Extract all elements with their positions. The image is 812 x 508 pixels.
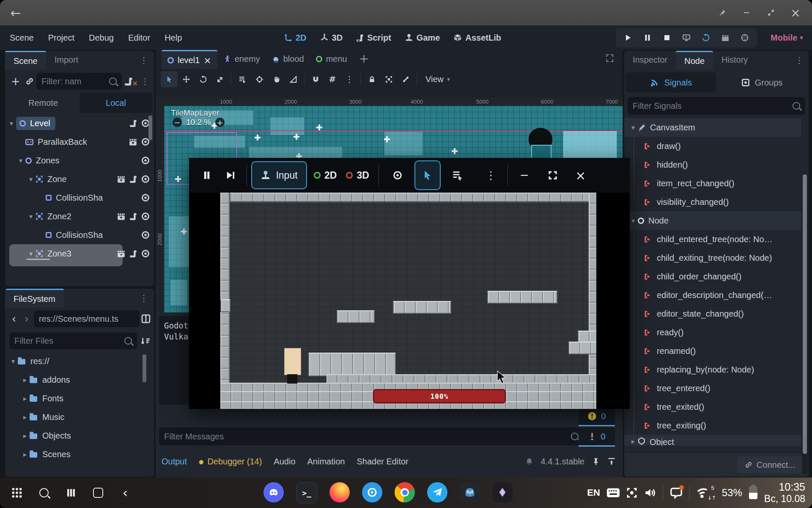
game-3d-button[interactable]: 3D	[346, 170, 369, 181]
dock-menu-icon[interactable]: ⋮	[134, 51, 154, 69]
menu-help[interactable]: Help	[157, 33, 189, 43]
detach-script-button[interactable]: ×	[124, 77, 137, 86]
file-filter-input[interactable]	[14, 336, 121, 346]
tool-lock[interactable]	[363, 71, 380, 87]
screenshot-icon[interactable]	[626, 487, 637, 498]
visibility-eye-icon[interactable]	[141, 156, 150, 165]
tab-filesystem[interactable]: FileSystem	[5, 289, 64, 308]
telegram-icon[interactable]	[427, 482, 447, 502]
tool-pan[interactable]	[268, 71, 285, 87]
scene-tab-menu[interactable]: menu	[310, 50, 353, 68]
godot-icon[interactable]	[460, 482, 480, 502]
fs-row-res[interactable]: ▾ res://	[5, 352, 154, 370]
tool-skeleton[interactable]	[397, 71, 414, 87]
keyboard-layout-label[interactable]: EN	[587, 487, 600, 498]
keyboard-icon[interactable]	[607, 488, 620, 498]
filesystem-scrollbar[interactable]	[143, 354, 146, 382]
tool-scale[interactable]	[211, 71, 228, 87]
back-arrow-icon[interactable]: ←	[8, 5, 24, 21]
add-node-button[interactable]: +	[8, 75, 23, 88]
signal-filter-input[interactable]	[633, 101, 789, 111]
visibility-eye-icon[interactable]	[141, 231, 150, 239]
signal-scrollbar-thumb[interactable]	[803, 174, 807, 454]
open-scene-icon[interactable]	[117, 213, 125, 221]
bottom-tab-output[interactable]: Output	[156, 450, 193, 472]
new-scene-tab-button[interactable]: +	[353, 50, 375, 67]
bottom-tab-audio[interactable]: Audio	[268, 450, 301, 472]
tool-ruler[interactable]	[285, 71, 302, 87]
pause-button[interactable]	[639, 29, 656, 46]
tree-row-zone2[interactable]: ▾ Zone2	[5, 207, 154, 226]
window-titlebar[interactable]: ← ─ ×	[0, 0, 812, 25]
tool-group[interactable]	[380, 71, 397, 87]
message-filter-field[interactable]	[159, 428, 584, 445]
scene-tree-menu-icon[interactable]: ⋮	[140, 76, 151, 86]
script-badge-icon[interactable]	[129, 119, 137, 127]
script-badge-icon[interactable]	[129, 175, 137, 183]
game-viewport[interactable]: 100%	[220, 193, 596, 409]
local-tab[interactable]: Local	[80, 93, 152, 113]
terminal-icon[interactable]: >_	[296, 482, 317, 503]
signal-row[interactable]: hidden()	[624, 155, 801, 174]
visibility-eye-icon[interactable]	[141, 249, 150, 258]
signal-row[interactable]: visibility_changed()	[624, 193, 801, 211]
game-2d-button[interactable]: 2D	[314, 170, 337, 181]
fs-row-music[interactable]: ▸ Music	[5, 408, 154, 426]
script-badge-icon[interactable]	[129, 250, 137, 257]
bottom-tab-debugger[interactable]: ● Debugger (14)	[193, 450, 268, 472]
tool-rotate[interactable]	[195, 71, 211, 87]
close-icon[interactable]: ×	[787, 5, 804, 21]
back-nav-icon[interactable]: ‹	[116, 483, 134, 502]
nav-back-button[interactable]: ‹	[8, 312, 19, 325]
game-pause-button[interactable]	[195, 171, 219, 180]
clock[interactable]: 10:35 Bc, 10.08	[764, 481, 805, 505]
bottom-tab-shader[interactable]: Shader Editor	[351, 450, 414, 472]
dock-menu-icon[interactable]: ⋮	[790, 51, 809, 69]
distraction-free-icon[interactable]: ⛶	[597, 50, 623, 67]
path-field[interactable]	[34, 310, 140, 327]
signal-filter-field[interactable]	[628, 97, 805, 115]
signal-row[interactable]: item_rect_changed()	[624, 174, 801, 193]
open-scene-icon[interactable]	[117, 175, 125, 183]
wifi-icon[interactable]: 5 ↓↑	[697, 486, 715, 499]
signal-row[interactable]: ready()	[624, 323, 801, 342]
menu-scene[interactable]: Scene	[3, 33, 41, 43]
scene-tree-scrollbar[interactable]	[148, 116, 152, 140]
signal-row[interactable]: child_order_changed()	[624, 267, 801, 286]
game-select-tool[interactable]	[414, 160, 441, 190]
bottom-tab-animation[interactable]: Animation	[302, 450, 351, 472]
firefox-icon[interactable]	[329, 482, 350, 502]
tab-inspector[interactable]: Inspector	[624, 51, 676, 69]
signal-row[interactable]: tree_entered()	[624, 379, 801, 398]
tab-scene[interactable]: Scene	[5, 51, 46, 70]
scene-tab-enemy[interactable]: enemy	[217, 50, 266, 68]
volume-icon[interactable]	[644, 487, 656, 498]
view-menu[interactable]: View ▾	[420, 75, 456, 84]
movie-maker-icon[interactable]	[716, 29, 734, 46]
scene-tab-level1[interactable]: level1 ×	[162, 50, 217, 69]
window-overview-icon[interactable]	[89, 483, 107, 502]
game-visibility-icon[interactable]	[388, 171, 407, 180]
snap-options-icon[interactable]: ⋮	[341, 71, 358, 87]
pin-panel-icon[interactable]	[592, 458, 600, 465]
search-icon[interactable]	[35, 483, 53, 502]
path-input[interactable]	[39, 314, 134, 324]
groups-toggle[interactable]: Groups	[717, 72, 807, 93]
tree-row-collisionshape2[interactable]: CollisionSha	[5, 226, 154, 244]
minimize-icon[interactable]: ─	[738, 5, 754, 21]
signal-row[interactable]: tree_exiting()	[624, 416, 801, 435]
restore-icon[interactable]	[763, 5, 779, 21]
chrome-icon[interactable]	[395, 482, 415, 502]
fs-row-objects[interactable]: ▸ Objects	[5, 426, 154, 445]
game-close-icon[interactable]: ×	[569, 168, 593, 183]
connect-button[interactable]: Connect...	[737, 456, 803, 473]
signal-row[interactable]: child_exiting_tree(node: Node)	[624, 248, 801, 267]
workspace-script[interactable]: Script	[349, 25, 398, 50]
signal-row[interactable]: draw()	[624, 137, 801, 155]
remote-tab[interactable]: Remote	[7, 93, 80, 113]
notification-bell-icon[interactable]	[525, 458, 533, 466]
file-filter-field[interactable]	[9, 332, 137, 349]
warnings-toggle[interactable]: 0	[579, 407, 615, 426]
signal-row[interactable]: editor_state_changed()	[624, 304, 801, 323]
scene-filter-field[interactable]	[36, 73, 122, 90]
